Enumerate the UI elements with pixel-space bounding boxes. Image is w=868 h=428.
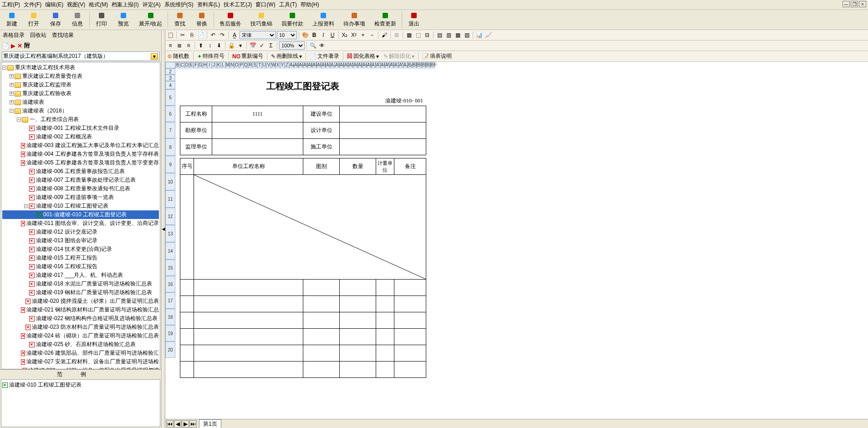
valign-top-icon[interactable]: ⬆ [197, 41, 205, 50]
select-all-corner[interactable] [165, 62, 175, 68]
col-header[interactable]: Y [280, 62, 285, 68]
system-dropdown[interactable]: 重庆建设工程档案编制系统2017（建筑版） ▾ [2, 51, 159, 61]
upload-button[interactable]: 上报资料 [308, 11, 339, 29]
redo-icon[interactable]: ↷ [218, 31, 226, 39]
fill-help-button[interactable]: 📝填表说明 [421, 52, 453, 61]
col-header[interactable]: W [271, 62, 276, 68]
tree-node[interactable]: 渝建竣-026 建筑部品、部件出厂质量证明与进场检验汇 [2, 349, 159, 357]
col-header[interactable]: AX [394, 62, 398, 68]
valign-bot-icon[interactable]: ⬇ [215, 41, 223, 50]
col-header[interactable]: AQ [362, 62, 367, 68]
brush-icon[interactable]: 🖌 [380, 31, 388, 39]
merge-icon[interactable]: ⬚ [414, 31, 422, 39]
expand-button[interactable]: 展开/收起 [134, 11, 167, 29]
attach-button[interactable]: 附 [24, 41, 30, 50]
restore-button[interactable]: ❐ [851, 1, 858, 7]
col-header[interactable]: AK [335, 62, 339, 68]
row-header[interactable]: 10 [165, 173, 175, 190]
menu-item[interactable]: 资料库(L) [197, 1, 220, 9]
col-header[interactable]: B [175, 62, 180, 68]
random-button[interactable]: ⚙随机数 [166, 52, 190, 61]
preview-button[interactable]: 预览 [112, 11, 134, 29]
diagonal-cell[interactable] [194, 175, 426, 280]
tree-node[interactable]: 渝建竣-016 工程竣工报告 [2, 262, 159, 271]
zoom-select[interactable]: 100% [279, 41, 305, 50]
tips-button[interactable]: 技巧集锦 [246, 11, 277, 29]
tree-toggle-icon[interactable]: − [17, 117, 21, 122]
col-header[interactable]: K [216, 62, 221, 68]
special-char-button[interactable]: ✦特殊符号 [196, 52, 225, 61]
tree-node[interactable]: 渝建竣-001 工程竣工技术文件目录 [2, 124, 159, 132]
row-header[interactable]: 18 [165, 309, 175, 325]
col-header[interactable]: F [194, 62, 198, 68]
new-doc-icon[interactable]: 📄 [2, 42, 9, 49]
lock-icon[interactable]: 🔒 [227, 41, 235, 50]
col-header[interactable]: BF [430, 62, 435, 68]
tree-toggle-icon[interactable]: + [10, 83, 14, 87]
tree-toggle-icon[interactable]: + [10, 92, 14, 96]
menu-item[interactable]: 帮助(H) [301, 1, 319, 9]
col-header[interactable]: 计量单位 [376, 158, 394, 175]
align-center-icon[interactable]: ≣ [175, 41, 184, 50]
unsolidify-button[interactable]: ✎解除固化▾ [383, 52, 415, 61]
tree-toggle-icon[interactable]: + [10, 100, 14, 104]
replace-button[interactable]: 替换 [191, 11, 213, 29]
col-header[interactable]: 序号 [180, 158, 194, 175]
col-header[interactable]: O [235, 62, 239, 68]
col-header[interactable]: G [198, 62, 203, 68]
valign-mid-icon[interactable]: ↕ [206, 41, 214, 50]
grid3-icon[interactable]: ▦ [454, 31, 462, 39]
col-header[interactable]: U [262, 62, 266, 68]
tree-node[interactable]: 渝建竣-019 钢材出厂质量证明与进场检验汇总表 [2, 288, 159, 297]
dropdown-icon[interactable]: ▾ [236, 41, 245, 50]
col-header[interactable]: AD [303, 62, 307, 68]
tree-node[interactable]: 渝建竣-009 工程遗留事项一览表 [2, 193, 159, 202]
cell-value[interactable] [340, 139, 426, 155]
tree-node[interactable]: +重庆建设工程质量责任表 [2, 72, 159, 81]
col-header[interactable]: AV [385, 62, 389, 68]
cell-label[interactable]: 施工单位 [303, 139, 340, 155]
left-tab[interactable]: 表格目录 [2, 31, 26, 40]
tree-node[interactable]: +重庆建设工程验收表 [2, 89, 159, 98]
col-header[interactable]: S [253, 62, 257, 68]
tree-node[interactable]: 渝建竣-021 钢结构原材料出厂质量证明与进场检验汇总 [2, 306, 159, 314]
tree-node[interactable]: −渝建竣表（2018） [2, 107, 159, 115]
split-icon[interactable]: ⊟ [423, 31, 431, 39]
chart-icon[interactable]: 📊 [475, 31, 483, 39]
save-button[interactable]: 保存 [45, 11, 66, 29]
print-button[interactable]: 打印 [91, 11, 112, 29]
bold-icon[interactable]: B [310, 31, 318, 39]
tree-node[interactable]: −重庆市建设工程技术用表 [2, 63, 159, 72]
row-header[interactable]: 8 [165, 138, 175, 156]
tree-node[interactable]: 渝建竣-004 工程参建各方签章及项目负责人签字存样表 [2, 150, 159, 158]
col-header[interactable]: BE [426, 62, 430, 68]
tree-node[interactable]: 渝建竣-020 搅拌混凝土（砂浆）出厂质量证明汇总表 [2, 297, 159, 306]
col-header[interactable]: AC [298, 62, 303, 68]
tree-node[interactable]: 渝建竣-006 工程质量事故报告汇总表 [2, 167, 159, 176]
cell-value[interactable] [212, 139, 303, 155]
tree-node[interactable]: 渝建竣-008 工程质量整改通知书汇总表 [2, 184, 159, 193]
cell-value[interactable] [340, 106, 426, 122]
cut-icon[interactable]: ✂ [179, 31, 187, 39]
tree-node[interactable]: 渝建竣-011 图纸会审、设计交底、设计变更、洽商记录 [2, 219, 159, 228]
tree-node[interactable]: 渝建竣-005 工程参建各方签章及项目负责人签字变更存 [2, 158, 159, 167]
col-header[interactable]: AF [312, 62, 317, 68]
cell-label[interactable]: 勘察单位 [180, 122, 212, 139]
superscript-icon[interactable]: X² [350, 31, 358, 39]
underline-icon[interactable]: U [328, 31, 337, 39]
row-header[interactable]: 17 [165, 292, 175, 309]
size-select[interactable]: 10 [277, 31, 297, 39]
col-header[interactable]: J [212, 62, 216, 68]
tree-view[interactable]: −重庆市建设工程技术用表+重庆建设工程质量责任表+重庆建设工程监理表+重庆建设工… [1, 62, 160, 369]
menu-item[interactable]: 文件(F) [24, 1, 41, 9]
info-button[interactable]: 信息 [66, 11, 88, 29]
col-header[interactable]: AP [357, 62, 362, 68]
menu-item[interactable]: 工具(T) [279, 1, 297, 9]
cell-value[interactable] [340, 122, 426, 139]
font-select[interactable]: 宋体 [240, 31, 276, 39]
col-header[interactable]: E [189, 62, 194, 68]
tree-toggle-icon[interactable]: − [10, 109, 14, 113]
menu-item[interactable]: 窗口(W) [255, 1, 275, 9]
tree-toggle-icon[interactable]: − [2, 66, 6, 70]
col-header[interactable]: AH [321, 62, 326, 68]
